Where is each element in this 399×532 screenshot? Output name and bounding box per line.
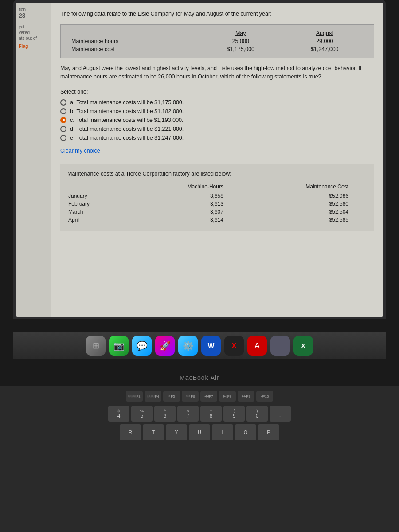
option-b-letter: b. (70, 108, 74, 114)
option-e[interactable]: e. Total maintenance costs will be $1,24… (60, 135, 374, 141)
corp-table: Machine-Hours Maintenance Cost January 3… (67, 182, 367, 224)
corp-col-month (68, 183, 130, 192)
options-list: a. Total maintenance costs will be $1,17… (60, 99, 374, 141)
key-8[interactable]: * 8 (200, 406, 222, 422)
radio-b[interactable] (60, 108, 66, 114)
key-minus[interactable]: _ - (270, 406, 291, 422)
key-t[interactable]: T (143, 424, 164, 440)
corp-cost-feb: $52,580 (242, 200, 366, 207)
key-7[interactable]: & 7 (177, 406, 199, 422)
question-number: 23 (19, 12, 48, 19)
key-y[interactable]: Y (166, 424, 187, 440)
fn-key-f6[interactable]: ☀☀ F6 (182, 391, 199, 402)
key-6[interactable]: ^ 6 (154, 406, 176, 422)
dock-icon-messages[interactable]: 💬 (132, 336, 152, 356)
data-table: May August Maintenance hours 25,000 29,0… (60, 24, 374, 58)
keyboard-area: ⊞⊞⊞ F3 ⊟⊟⊟ F4 ☀ F5 ☀☀ F6 ◀◀ F7 ▶|| F8 ▶▶… (0, 386, 399, 532)
question-intro: The following data relate to the Lisle C… (60, 10, 374, 18)
option-b-text: Total maintenance costs will be $1,182,0… (76, 108, 184, 114)
option-c-letter: c. (70, 117, 74, 123)
dock-icon-acrobat[interactable]: A (247, 336, 267, 356)
fn-key-f4[interactable]: ⊟⊟⊟ F4 (145, 391, 161, 402)
sidebar-question-section: tion 23 (19, 7, 48, 19)
radio-a[interactable] (60, 99, 66, 106)
sidebar-question-label: tion 23 (19, 7, 48, 19)
letter-row-rtyuiop: R T Y U I O P (0, 423, 399, 442)
clear-choice-link[interactable]: Clear my choice (60, 148, 100, 154)
word-icon: W (207, 342, 214, 350)
acrobat-icon: A (254, 341, 260, 351)
key-p[interactable]: P (258, 424, 279, 440)
option-e-text: Total maintenance costs will be $1,247,0… (76, 135, 184, 141)
screen-content: tion 23 yet vered nts out of Flag The fo… (16, 3, 383, 317)
corp-month-feb: February (68, 200, 130, 207)
fn-key-f8[interactable]: ▶|| F8 (219, 391, 236, 402)
function-key-row: ⊞⊞⊞ F3 ⊟⊟⊟ F4 ☀ F5 ☀☀ F6 ◀◀ F7 ▶|| F8 ▶▶… (0, 386, 399, 404)
option-d-letter: d. (70, 126, 74, 132)
corp-row-mar: March 3,607 $52,504 (68, 208, 366, 215)
option-a-text: Total maintenance costs will be $1,175,0… (76, 99, 184, 106)
corp-month-apr: April (68, 216, 130, 223)
option-c[interactable]: c. Total maintenance costs will be $1,19… (60, 117, 374, 123)
sidebar-status1: yet (19, 24, 48, 29)
col-header-empty (68, 29, 199, 37)
row-label-hours: Maintenance hours (68, 37, 199, 45)
dock-icon-launchpad[interactable]: 🚀 (155, 336, 175, 356)
key-9[interactable]: ( 9 (223, 406, 245, 422)
option-d[interactable]: d. Total maintenance costs will be $1,22… (60, 126, 374, 132)
x-icon: X (231, 341, 237, 351)
radio-e[interactable] (60, 135, 66, 141)
option-c-text: Total maintenance costs will be $1,193,0… (76, 117, 184, 123)
row-label-cost: Maintenance cost (68, 45, 199, 53)
dock-icon-img1[interactable] (270, 336, 290, 356)
sidebar: tion 23 yet vered nts out of Flag (16, 3, 51, 317)
corp-col-hours: Machine-Hours (131, 183, 241, 192)
key-u[interactable]: U (189, 424, 210, 440)
key-i[interactable]: I (212, 424, 233, 440)
row-may-cost: $1,175,000 (199, 45, 282, 53)
laptop-screen: tion 23 yet vered nts out of Flag The fo… (13, 0, 386, 319)
dock-icon-settings[interactable]: ⚙️ (178, 336, 198, 356)
fn-key-f5[interactable]: ☀ F5 (163, 391, 180, 402)
key-5[interactable]: % 5 (131, 406, 153, 422)
dock-icon-x[interactable]: X (224, 336, 244, 356)
corp-month-mar: March (68, 208, 130, 215)
corp-hours-feb: 3,613 (131, 200, 241, 207)
option-d-text: Total maintenance costs will be $1,221,0… (76, 126, 184, 132)
dock-icon-facetime[interactable]: 📷 (109, 336, 129, 356)
corp-cost-jan: $52,986 (242, 192, 366, 200)
corp-row-apr: April 3,614 $52,585 (68, 216, 366, 223)
dock-icon-excel[interactable]: X (293, 336, 313, 356)
dock-icon-word[interactable]: W (201, 336, 221, 356)
sidebar-status3: nts out of (19, 36, 48, 41)
number-key-row: $ 4 % 5 ^ 6 & 7 * 8 ( 9 ) 0 _ - (0, 404, 399, 423)
corp-cost-apr: $52,585 (242, 216, 366, 223)
key-r[interactable]: R (120, 424, 141, 440)
option-a[interactable]: a. Total maintenance costs will be $1,17… (60, 99, 374, 106)
fn-key-f7[interactable]: ◀◀ F7 (200, 391, 217, 402)
fn-key-f3[interactable]: ⊞⊞⊞ F3 (126, 391, 143, 402)
sidebar-flag[interactable]: Flag (19, 43, 48, 49)
key-o[interactable]: O (235, 424, 256, 440)
dock-icon-apps[interactable]: ⊞ (86, 336, 106, 356)
row-aug-hours: 29,000 (283, 37, 367, 45)
radio-d[interactable] (60, 126, 66, 132)
option-b[interactable]: b. Total maintenance costs will be $1,18… (60, 108, 374, 114)
radio-c[interactable] (60, 117, 66, 123)
fn-key-f10[interactable]: ◀ F10 (256, 391, 273, 402)
sidebar-status: yet vered nts out of Flag (19, 24, 48, 49)
question-label-text: tion (19, 7, 26, 12)
lisle-table: May August Maintenance hours 25,000 29,0… (68, 29, 367, 53)
corp-hours-jan: 3,658 (131, 192, 241, 200)
fn-key-f9[interactable]: ▶▶ F9 (238, 391, 254, 402)
key-0[interactable]: ) 0 (246, 406, 268, 422)
problem-text: May and August were the lowest and highe… (60, 64, 374, 82)
key-4[interactable]: $ 4 (108, 406, 129, 422)
sidebar-status2: vered (19, 30, 48, 35)
select-one-label: Select one: (60, 89, 374, 95)
row-may-hours: 25,000 (199, 37, 282, 45)
option-e-letter: e. (70, 135, 74, 141)
row-aug-cost: $1,247,000 (283, 45, 367, 53)
corp-hours-apr: 3,614 (131, 216, 241, 223)
excel-icon: X (301, 342, 305, 349)
